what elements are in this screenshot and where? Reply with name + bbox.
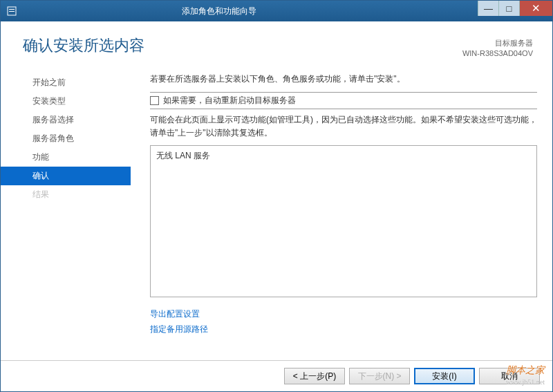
minimize-button[interactable]: — (478, 1, 498, 16)
intro-text: 若要在所选服务器上安装以下角色、角色服务或功能，请单击"安装"。 (150, 73, 537, 85)
install-button[interactable]: 安装(I) (414, 368, 475, 384)
auto-restart-row: 如果需要，自动重新启动目标服务器 (150, 92, 537, 109)
wizard-window: 添加角色和功能向导 — □ ✕ 确认安装所选内容 目标服务器 WIN-R38S3… (0, 0, 553, 392)
step-sidebar: 开始之前 安装类型 服务器选择 服务器角色 功能 确认 结果 (1, 68, 131, 360)
titlebar[interactable]: 添加角色和功能向导 — □ ✕ (1, 1, 552, 21)
maximize-button[interactable]: □ (498, 1, 519, 16)
step-server-roles[interactable]: 服务器角色 (1, 129, 131, 148)
auto-restart-label: 如果需要，自动重新启动目标服务器 (163, 95, 296, 106)
selections-listbox[interactable]: 无线 LAN 服务 (150, 145, 537, 297)
cancel-button[interactable]: 取消 (479, 368, 540, 384)
step-results: 结果 (1, 185, 131, 204)
auto-restart-checkbox[interactable] (150, 96, 159, 105)
target-server-name: WIN-R38S3AD04OV (462, 48, 533, 59)
main-content: 若要在所选服务器上安装以下角色、角色服务或功能，请单击"安装"。 如果需要，自动… (131, 68, 544, 360)
wizard-footer: < 上一步(P) 下一步(N) > 安装(I) 取消 (1, 360, 552, 391)
svg-rect-2 (9, 11, 15, 12)
step-install-type[interactable]: 安装类型 (1, 92, 131, 111)
close-button[interactable]: ✕ (519, 1, 552, 16)
next-button: 下一步(N) > (349, 368, 410, 384)
step-server-select[interactable]: 服务器选择 (1, 111, 131, 129)
target-label: 目标服务器 (462, 38, 533, 48)
list-item[interactable]: 无线 LAN 服务 (156, 150, 531, 162)
window-controls: — □ ✕ (478, 1, 552, 21)
action-links: 导出配置设置 指定备用源路径 (150, 307, 537, 337)
optional-features-note: 可能会在此页面上显示可选功能(如管理工具)，因为已自动选择这些功能。如果不希望安… (150, 113, 537, 140)
target-server-info: 目标服务器 WIN-R38S3AD04OV (462, 38, 533, 59)
wizard-body: 开始之前 安装类型 服务器选择 服务器角色 功能 确认 结果 若要在所选服务器上… (1, 68, 552, 360)
previous-button[interactable]: < 上一步(P) (284, 368, 345, 384)
svg-rect-1 (9, 9, 15, 10)
step-features[interactable]: 功能 (1, 148, 131, 167)
app-icon (5, 4, 19, 18)
window-title: 添加角色和功能向导 (23, 6, 478, 17)
step-confirm[interactable]: 确认 (1, 167, 131, 185)
alt-source-link[interactable]: 指定备用源路径 (150, 322, 537, 337)
export-config-link[interactable]: 导出配置设置 (150, 307, 537, 322)
wizard-header: 确认安装所选内容 目标服务器 WIN-R38S3AD04OV (1, 21, 552, 68)
step-before[interactable]: 开始之前 (1, 73, 131, 92)
page-heading: 确认安装所选内容 (23, 35, 144, 56)
